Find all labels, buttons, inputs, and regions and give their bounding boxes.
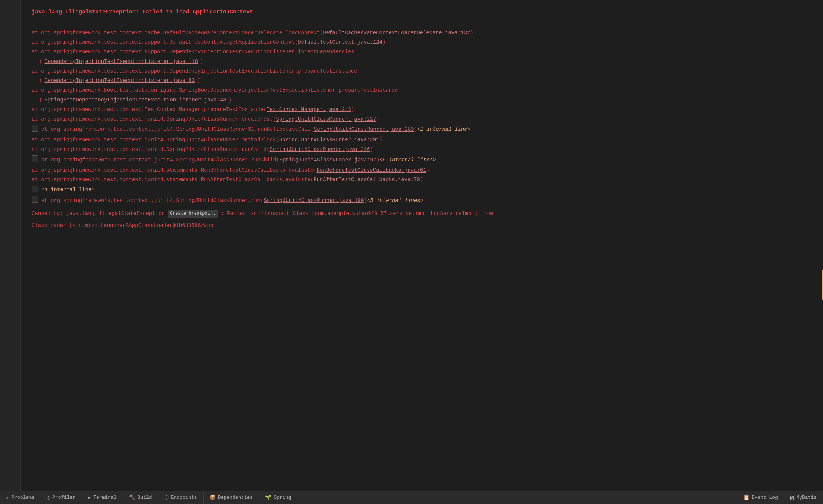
tab-event-log[interactable]: 📋 Event Log [737,491,784,504]
build-label: Build [138,495,152,500]
dependencies-icon: 📦 [209,494,216,501]
stack-line-8: + at org.springframework.test.context.ju… [32,124,810,135]
stack-line-11: + at org.springframework.test.context.ju… [32,155,810,166]
stack-line-6: at org.springframework.test.context.Test… [32,105,810,115]
at-text-13: at org.springframework.test.context.juni… [32,176,313,185]
at-text-11: at org.springframework.test.context.juni… [41,156,280,165]
dependencies-label: Dependencies [218,495,253,500]
at-text-8: at org.springframework.test.context.juni… [41,125,314,134]
build-icon: 🔨 [129,494,135,501]
endpoints-label: Endpoints [171,495,197,500]
tab-dependencies[interactable]: 📦 Dependencies [204,491,259,504]
link-4[interactable]: DependencyInjectionTestExecutionListener… [44,76,195,85]
stack-line-1: at org.springframework.test.context.cach… [32,28,810,38]
link-1[interactable]: DefaultCacheAwareContextLoaderDelegate.j… [323,29,470,38]
mybatis-label: MyBatis [796,495,817,500]
left-gutter [0,0,21,491]
problems-label: Problems [11,495,34,500]
at-text-6: at org.springframework.test.context.Test… [32,105,267,114]
stack-line-10: at org.springframework.test.context.juni… [32,145,810,155]
stack-line-2: at org.springframework.test.context.supp… [32,38,810,47]
tab-problems[interactable]: ⚠ Problems [0,491,41,504]
bottom-bar: ⚠ Problems ◷ Profiler ▶ Terminal 🔨 Build… [0,491,823,504]
at-text-4: at org.springframework.test.context.supp… [32,67,357,76]
stack-line-4-cont: (DependencyInjectionTestExecutionListene… [32,76,810,86]
error-title: java.lang.IllegalStateException: Failed … [32,7,810,17]
at-text-7: at org.springframework.test.context.juni… [32,115,276,124]
stack-line-5: at org.springframework.boot.test.autocon… [32,86,810,95]
stack-line-3-cont: (DependencyInjectionTestExecutionListene… [32,57,810,67]
profiler-icon: ◷ [47,494,50,501]
spring-label: Spring [274,495,291,500]
event-log-label: Event Log [752,495,778,500]
at-text-9: at org.springframework.test.context.juni… [32,136,279,145]
link-11[interactable]: SpringJUnit4ClassRunner.java:97 [280,156,376,165]
tab-mybatis[interactable]: M MyBatis [784,491,823,504]
link-2[interactable]: DefaultTestContext.java:124 [298,38,382,47]
stack-trace-area[interactable]: java.lang.IllegalStateException: Failed … [21,0,822,491]
caused-by-rest: : Failed to introspect Class [com.exampl… [221,210,493,218]
terminal-label: Terminal [93,495,116,500]
tab-build[interactable]: 🔨 Build [123,491,158,504]
link-3[interactable]: DependencyInjectionTestExecutionListener… [44,57,198,66]
at-text-10: at org.springframework.test.context.juni… [32,145,270,154]
link-9[interactable]: SpringJUnit4ClassRunner.java:291 [279,136,379,145]
expand-btn-8[interactable]: + [32,125,38,132]
spring-icon: 🌱 [265,494,271,501]
stack-line-4: at org.springframework.test.context.supp… [32,67,810,76]
tab-spring[interactable]: 🌱 Spring [259,491,297,504]
link-8[interactable]: SpringJUnit4ClassRunner.java:289 [314,125,414,134]
stack-line-5-cont: (SpringBootDependencyInjectionTestExecut… [32,95,810,105]
tab-endpoints[interactable]: ⬡ Endpoints [158,491,204,504]
expand-btn-14[interactable]: + [32,196,38,203]
link-10[interactable]: SpringJUnit4ClassRunner.java:246 [270,145,370,154]
stack-line-14: + at org.springframework.test.context.ju… [32,195,810,207]
link-6[interactable]: TestContextManager.java:248 [267,105,351,114]
link-12[interactable]: RunBeforeTestClassCallbacks.java:61 [317,166,426,175]
at-text-5: at org.springframework.boot.test.autocon… [32,86,398,95]
stack-line-13: at org.springframework.test.context.juni… [32,175,810,185]
at-text-2: at org.springframework.test.context.supp… [32,38,298,47]
link-14[interactable]: SpringJUnit4ClassRunner.java:190 [264,196,364,205]
internal-tag-1: <1 internal line> [41,186,95,195]
link-13[interactable]: RunAfterTestClassCallbacks.java:70 [313,176,420,185]
link-7[interactable]: SpringJUnit4ClassRunner.java:227 [276,115,376,124]
at-text-12: at org.springframework.test.context.juni… [32,166,317,175]
caused-by: Caused by: java.lang.IllegalStateExcepti… [32,210,810,218]
at-text: at org.springframework.test.context.cach… [32,29,323,38]
expand-btn-11[interactable]: + [32,155,38,162]
event-log-icon: 📋 [743,494,750,501]
problems-icon: ⚠ [6,494,9,501]
caused-by-prefix: Caused by: java.lang. [32,210,97,218]
internal-11: <5 internal lines> [379,156,436,165]
link-5[interactable]: SpringBootDependencyInjectionTestExecuti… [44,96,226,105]
stack-line-3: at org.springframework.test.context.supp… [32,47,810,57]
terminal-icon: ▶ [88,494,91,501]
internal-14: <5 internal lines> [367,196,423,205]
expand-btn-internal[interactable]: + [32,186,38,192]
stack-line-7: at org.springframework.test.context.juni… [32,115,810,125]
main-content: java.lang.IllegalStateException: Failed … [0,0,823,491]
stack-line-12: at org.springframework.test.context.juni… [32,166,810,176]
at-text-3: at org.springframework.test.context.supp… [32,48,354,57]
create-bp-btn[interactable]: Create breakpoint [168,210,218,218]
scrollbar-thumb[interactable] [822,270,823,300]
endpoints-icon: ⬡ [164,494,169,501]
caused-by-next: ClassLoader [sun.misc.Launcher$AppClassL… [32,221,810,230]
profiler-label: Profiler [52,495,75,500]
internal-line-block-1: + <1 internal line> [32,185,810,195]
mybatis-icon: M [790,495,794,501]
internal-8: <1 internal line> [417,125,470,134]
tab-terminal[interactable]: ▶ Terminal [82,491,123,504]
scrollbar-track [822,0,823,491]
tab-profiler[interactable]: ◷ Profiler [41,491,82,504]
caused-by-link[interactable]: IllegalStateException [99,210,164,218]
stack-line-9: at org.springframework.test.context.juni… [32,135,810,145]
at-text-14: at org.springframework.test.context.juni… [41,196,264,205]
